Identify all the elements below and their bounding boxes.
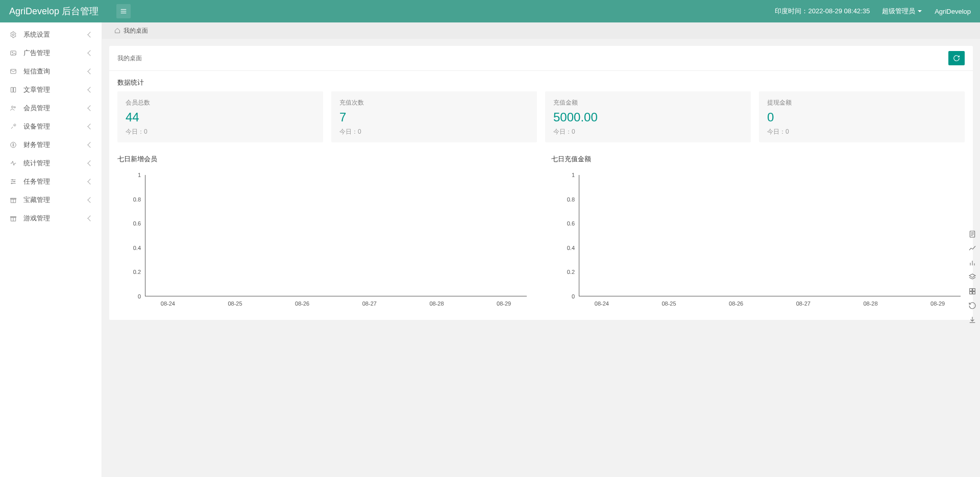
sidebar-item-label: 财务管理 xyxy=(23,140,82,149)
chevron-left-icon xyxy=(87,197,93,203)
stat-today: 今日：0 xyxy=(553,128,743,136)
sidebar-item-8[interactable]: 任务管理 xyxy=(0,172,102,191)
x-tick-label: 08-27 xyxy=(796,300,811,307)
header-right: 印度时间：2022-08-29 08:42:35 超级管理员 AgriDevel… xyxy=(775,7,971,16)
stat-value: 0 xyxy=(767,110,957,124)
grid-icon xyxy=(968,287,976,295)
tools-icon xyxy=(9,123,17,130)
svg-point-7 xyxy=(12,106,14,108)
mail-icon xyxy=(9,68,17,75)
sidebar-item-5[interactable]: 设备管理 xyxy=(0,117,102,136)
toolbox-switch-stack[interactable] xyxy=(968,272,977,282)
tab-label: 我的桌面 xyxy=(124,27,148,35)
chevron-left-icon xyxy=(87,142,93,147)
sidebar-item-label: 设备管理 xyxy=(23,122,82,131)
stat-card-0: 会员总数44今日：0 xyxy=(117,91,323,142)
money-icon xyxy=(9,141,17,148)
sidebar-item-4[interactable]: 会员管理 xyxy=(0,99,102,117)
y-tick-label: 0.8 xyxy=(567,196,575,203)
sidebar-item-label: 宝藏管理 xyxy=(23,195,82,205)
stats-section-title: 数据统计 xyxy=(109,71,973,91)
y-tick-label: 0.8 xyxy=(133,196,141,203)
svg-rect-6 xyxy=(11,69,16,73)
server-time: 印度时间：2022-08-29 08:42:35 xyxy=(775,7,870,16)
chevron-left-icon xyxy=(87,160,93,166)
svg-marker-29 xyxy=(969,274,975,278)
chart-title-2: 七日充值金额 xyxy=(551,155,965,164)
sidebar-item-7[interactable]: 统计管理 xyxy=(0,154,102,172)
refresh-button[interactable] xyxy=(948,51,965,65)
svg-rect-18 xyxy=(11,198,16,199)
chevron-left-icon xyxy=(87,68,93,74)
book-icon xyxy=(9,86,17,93)
sidebar-item-3[interactable]: 文章管理 xyxy=(0,81,102,99)
admin-menu[interactable]: 超级管理员 xyxy=(882,7,922,16)
chart-recharge-amount: 七日充值金额 00.20.40.60.8108-2408-2508-2608-2… xyxy=(551,155,965,310)
users-icon xyxy=(9,105,17,112)
stack-icon xyxy=(968,273,976,281)
brand-title: AgriDevelop 后台管理 xyxy=(9,5,99,17)
breadcrumb: 我的桌面 xyxy=(117,54,142,63)
sidebar-item-2[interactable]: 短信查询 xyxy=(0,62,102,81)
y-tick-label: 1 xyxy=(572,172,575,178)
stat-card-3: 提现金额0今日：0 xyxy=(759,91,965,142)
sidebar: 系统设置广告管理短信查询文章管理会员管理设备管理财务管理统计管理任务管理宝藏管理… xyxy=(0,22,102,477)
y-tick-label: 0.6 xyxy=(567,220,575,227)
home-icon xyxy=(114,28,120,34)
y-tick-label: 0 xyxy=(572,293,575,299)
sliders-icon xyxy=(9,178,17,185)
chevron-left-icon xyxy=(87,179,93,184)
tab-my-desktop[interactable]: 我的桌面 xyxy=(109,24,153,37)
bar-chart-icon xyxy=(968,259,976,267)
svg-rect-33 xyxy=(973,292,975,294)
x-tick-label: 08-24 xyxy=(595,300,609,307)
y-tick-label: 1 xyxy=(138,172,141,178)
chevron-left-icon xyxy=(87,32,93,37)
chevron-left-icon xyxy=(87,123,93,129)
toolbox-restore[interactable] xyxy=(968,301,977,310)
sidebar-item-label: 广告管理 xyxy=(23,48,82,58)
x-tick-label: 08-25 xyxy=(662,300,676,307)
content-card: 我的桌面 数据统计 会员总数44今日：0充值次数7今日：0充值金额5000.00… xyxy=(109,46,973,320)
svg-point-3 xyxy=(12,34,14,36)
sidebar-item-1[interactable]: 广告管理 xyxy=(0,44,102,62)
stat-value: 5000.00 xyxy=(553,110,743,124)
stats-row: 会员总数44今日：0充值次数7今日：0充值金额5000.00今日：0提现金额0今… xyxy=(109,91,973,152)
gift-icon xyxy=(9,215,17,222)
download-icon xyxy=(968,316,976,324)
sidebar-item-6[interactable]: 财务管理 xyxy=(0,136,102,154)
stat-today: 今日：0 xyxy=(767,128,957,136)
y-tick-label: 0.2 xyxy=(133,269,141,275)
chevron-left-icon xyxy=(87,50,93,56)
stat-label: 充值次数 xyxy=(339,98,529,107)
stat-label: 会员总数 xyxy=(126,98,315,107)
sidebar-item-label: 文章管理 xyxy=(23,85,82,94)
toolbox-save[interactable] xyxy=(968,315,977,324)
toolbox-switch-bar[interactable] xyxy=(968,258,977,267)
sidebar-toggle-button[interactable] xyxy=(116,4,131,18)
stat-today: 今日：0 xyxy=(339,128,529,136)
chart-title-1: 七日新增会员 xyxy=(117,155,531,164)
sidebar-item-9[interactable]: 宝藏管理 xyxy=(0,191,102,209)
toolbox-switch-line[interactable] xyxy=(968,244,977,253)
toolbox-data-view[interactable] xyxy=(968,230,977,239)
y-tick-label: 0.6 xyxy=(133,220,141,227)
svg-rect-32 xyxy=(970,292,972,294)
charts-row: 七日新增会员 00.20.40.60.8108-2408-2508-2608-2… xyxy=(109,152,973,320)
tab-bar: 我的桌面 xyxy=(102,22,980,39)
sidebar-item-0[interactable]: 系统设置 xyxy=(0,26,102,44)
caret-down-icon xyxy=(917,9,922,14)
document-icon xyxy=(968,230,976,238)
image-icon xyxy=(9,49,17,57)
stat-value: 44 xyxy=(126,110,315,124)
stat-today: 今日：0 xyxy=(126,128,315,136)
header: AgriDevelop 后台管理 印度时间：2022-08-29 08:42:3… xyxy=(0,0,980,22)
x-tick-label: 08-29 xyxy=(497,300,511,307)
line-chart-icon xyxy=(968,244,976,253)
sidebar-item-label: 会员管理 xyxy=(23,104,82,113)
gift-icon xyxy=(9,196,17,204)
toolbox-switch-tiled[interactable] xyxy=(968,287,977,296)
content-header: 我的桌面 xyxy=(109,46,973,71)
sidebar-item-10[interactable]: 游戏管理 xyxy=(0,209,102,228)
restore-icon xyxy=(968,302,976,310)
